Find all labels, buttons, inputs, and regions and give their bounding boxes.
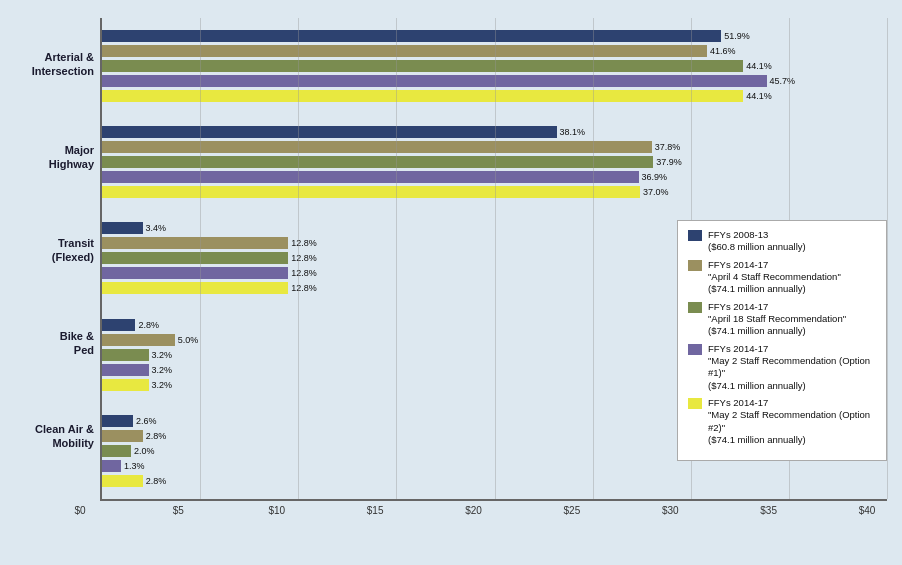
bar-value-label: 3.2% bbox=[152, 380, 173, 390]
bar bbox=[102, 30, 721, 42]
legend-label: FFYs 2014-17"April 18 Staff Recommendati… bbox=[708, 301, 846, 338]
chart-legend: FFYs 2008-13($60.8 million annually)FFYs… bbox=[677, 220, 887, 461]
y-axis-labels: Arterial &IntersectionMajorHighwayTransi… bbox=[10, 18, 100, 523]
legend-item: FFYs 2014-17"April 4 Staff Recommendatio… bbox=[688, 259, 876, 296]
bar-value-label: 5.0% bbox=[178, 335, 199, 345]
bar bbox=[102, 75, 767, 87]
x-tick: $5 bbox=[158, 505, 198, 516]
y-label: Arterial &Intersection bbox=[10, 51, 100, 77]
chart-container: Arterial &IntersectionMajorHighwayTransi… bbox=[0, 0, 902, 565]
bar bbox=[102, 430, 143, 442]
bar bbox=[102, 45, 707, 57]
bar-value-label: 3.2% bbox=[152, 350, 173, 360]
bar-value-label: 3.2% bbox=[152, 365, 173, 375]
bar-value-label: 37.0% bbox=[643, 187, 669, 197]
y-label: Bike &Ped bbox=[10, 330, 100, 356]
x-tick: $40 bbox=[847, 505, 887, 516]
grid-line bbox=[887, 18, 888, 499]
bar bbox=[102, 319, 135, 331]
bar-value-label: 44.1% bbox=[746, 61, 772, 71]
legend-color-swatch bbox=[688, 260, 702, 271]
x-tick: $0 bbox=[60, 505, 100, 516]
bar-value-label: 12.8% bbox=[291, 253, 317, 263]
bar bbox=[102, 126, 557, 138]
grid-line bbox=[200, 18, 201, 499]
grid-line bbox=[396, 18, 397, 499]
bar-value-label: 37.8% bbox=[655, 142, 681, 152]
legend-color-swatch bbox=[688, 302, 702, 313]
bar bbox=[102, 364, 149, 376]
y-label: Clean Air &Mobility bbox=[10, 423, 100, 449]
x-tick: $25 bbox=[552, 505, 592, 516]
x-tick: $35 bbox=[749, 505, 789, 516]
bar-value-label: 2.8% bbox=[138, 320, 159, 330]
grid-line bbox=[298, 18, 299, 499]
x-tick: $10 bbox=[257, 505, 297, 516]
legend-item: FFYs 2014-17"May 2 Staff Recommendation … bbox=[688, 343, 876, 392]
bar-value-label: 45.7% bbox=[770, 76, 796, 86]
bar-value-label: 12.8% bbox=[291, 283, 317, 293]
bar-value-label: 37.9% bbox=[656, 157, 682, 167]
bar bbox=[102, 475, 143, 487]
bar bbox=[102, 60, 743, 72]
legend-color-swatch bbox=[688, 398, 702, 409]
legend-item: FFYs 2014-17"May 2 Staff Recommendation … bbox=[688, 397, 876, 446]
bar bbox=[102, 460, 121, 472]
bar bbox=[102, 171, 639, 183]
x-axis: $0$5$10$15$20$25$30$35$40 bbox=[100, 501, 887, 521]
legend-item: FFYs 2008-13($60.8 million annually) bbox=[688, 229, 876, 254]
bar bbox=[102, 349, 149, 361]
bar bbox=[102, 141, 652, 153]
bar bbox=[102, 222, 143, 234]
bar bbox=[102, 252, 288, 264]
x-tick: $20 bbox=[454, 505, 494, 516]
x-tick: $30 bbox=[650, 505, 690, 516]
bar-value-label: 2.0% bbox=[134, 446, 155, 456]
bar bbox=[102, 90, 743, 102]
bar bbox=[102, 186, 640, 198]
bar-value-label: 36.9% bbox=[642, 172, 668, 182]
legend-label: FFYs 2014-17"May 2 Staff Recommendation … bbox=[708, 397, 876, 446]
bar-value-label: 12.8% bbox=[291, 238, 317, 248]
legend-item: FFYs 2014-17"April 18 Staff Recommendati… bbox=[688, 301, 876, 338]
bar-value-label: 2.8% bbox=[146, 431, 167, 441]
bar-value-label: 51.9% bbox=[724, 31, 750, 41]
bar bbox=[102, 334, 175, 346]
bar bbox=[102, 445, 131, 457]
bar-value-label: 1.3% bbox=[124, 461, 145, 471]
bar bbox=[102, 379, 149, 391]
bar-value-label: 12.8% bbox=[291, 268, 317, 278]
grid-line bbox=[593, 18, 594, 499]
y-label: Transit(Flexed) bbox=[10, 237, 100, 263]
bar bbox=[102, 415, 133, 427]
bar bbox=[102, 237, 288, 249]
bar bbox=[102, 282, 288, 294]
bar bbox=[102, 156, 653, 168]
legend-color-swatch bbox=[688, 344, 702, 355]
bar-value-label: 3.4% bbox=[146, 223, 167, 233]
legend-color-swatch bbox=[688, 230, 702, 241]
bar-value-label: 44.1% bbox=[746, 91, 772, 101]
legend-label: FFYs 2014-17"April 4 Staff Recommendatio… bbox=[708, 259, 841, 296]
bar bbox=[102, 267, 288, 279]
bar-value-label: 2.6% bbox=[136, 416, 157, 426]
y-label: MajorHighway bbox=[10, 144, 100, 170]
x-tick: $15 bbox=[355, 505, 395, 516]
bar-value-label: 41.6% bbox=[710, 46, 736, 56]
bar-value-label: 38.1% bbox=[560, 127, 586, 137]
grid-line bbox=[495, 18, 496, 499]
bar-value-label: 2.8% bbox=[146, 476, 167, 486]
legend-label: FFYs 2008-13($60.8 million annually) bbox=[708, 229, 806, 254]
legend-label: FFYs 2014-17"May 2 Staff Recommendation … bbox=[708, 343, 876, 392]
